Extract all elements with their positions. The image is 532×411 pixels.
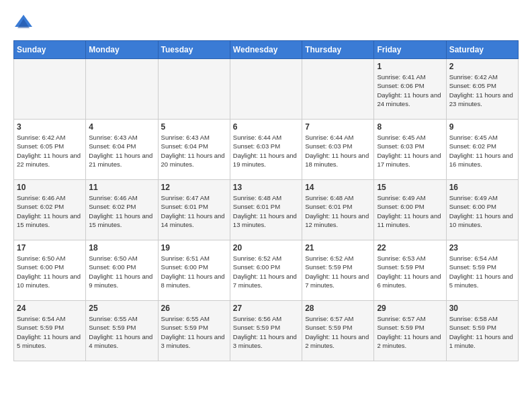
calendar-cell: 14Sunrise: 6:48 AM Sunset: 6:01 PM Dayli…	[302, 180, 374, 240]
calendar-cell: 2Sunrise: 6:42 AM Sunset: 6:05 PM Daylig…	[446, 59, 518, 120]
header-tuesday: Tuesday	[158, 41, 230, 59]
day-info: Sunrise: 6:44 AM Sunset: 6:03 PM Dayligh…	[233, 133, 299, 169]
day-number: 4	[89, 122, 154, 132]
day-info: Sunrise: 6:51 AM Sunset: 6:00 PM Dayligh…	[161, 254, 227, 289]
header-friday: Friday	[374, 41, 446, 59]
day-number: 29	[377, 304, 443, 313]
day-number: 9	[449, 122, 515, 132]
day-number: 24	[17, 304, 83, 313]
day-info: Sunrise: 6:57 AM Sunset: 5:59 PM Dayligh…	[377, 314, 443, 350]
day-info: Sunrise: 6:42 AM Sunset: 6:05 PM Dayligh…	[449, 73, 515, 108]
day-number: 17	[17, 243, 83, 253]
day-info: Sunrise: 6:54 AM Sunset: 5:59 PM Dayligh…	[449, 254, 515, 289]
calendar-cell: 8Sunrise: 6:45 AM Sunset: 6:03 PM Daylig…	[374, 120, 446, 180]
day-info: Sunrise: 6:54 AM Sunset: 5:59 PM Dayligh…	[17, 314, 83, 350]
calendar-cell: 7Sunrise: 6:44 AM Sunset: 6:03 PM Daylig…	[302, 120, 374, 180]
calendar-cell: 4Sunrise: 6:43 AM Sunset: 6:04 PM Daylig…	[86, 120, 158, 180]
calendar-cell: 10Sunrise: 6:46 AM Sunset: 6:02 PM Dayli…	[14, 180, 86, 240]
calendar-cell: 27Sunrise: 6:56 AM Sunset: 5:59 PM Dayli…	[230, 301, 302, 361]
day-number: 3	[17, 122, 83, 132]
day-info: Sunrise: 6:50 AM Sunset: 6:00 PM Dayligh…	[17, 254, 83, 289]
day-info: Sunrise: 6:52 AM Sunset: 5:59 PM Dayligh…	[305, 254, 371, 289]
day-info: Sunrise: 6:45 AM Sunset: 6:03 PM Dayligh…	[377, 133, 443, 169]
calendar-cell: 15Sunrise: 6:49 AM Sunset: 6:00 PM Dayli…	[374, 180, 446, 240]
calendar-cell: 25Sunrise: 6:55 AM Sunset: 5:59 PM Dayli…	[86, 301, 158, 361]
calendar-week-4: 17Sunrise: 6:50 AM Sunset: 6:00 PM Dayli…	[14, 240, 519, 301]
day-number: 15	[377, 183, 443, 192]
header-saturday: Saturday	[446, 41, 518, 59]
day-info: Sunrise: 6:47 AM Sunset: 6:01 PM Dayligh…	[161, 193, 227, 229]
day-number: 7	[305, 122, 371, 132]
calendar-cell: 22Sunrise: 6:53 AM Sunset: 5:59 PM Dayli…	[374, 240, 446, 301]
calendar-cell: 3Sunrise: 6:42 AM Sunset: 6:05 PM Daylig…	[14, 120, 86, 180]
day-number: 11	[89, 183, 154, 192]
day-info: Sunrise: 6:46 AM Sunset: 6:02 PM Dayligh…	[17, 193, 83, 229]
calendar-week-5: 24Sunrise: 6:54 AM Sunset: 5:59 PM Dayli…	[14, 301, 519, 361]
calendar-week-3: 10Sunrise: 6:46 AM Sunset: 6:02 PM Dayli…	[14, 180, 519, 240]
calendar-cell: 1Sunrise: 6:41 AM Sunset: 6:06 PM Daylig…	[374, 59, 446, 120]
calendar-cell	[302, 59, 374, 120]
header-wednesday: Wednesday	[230, 41, 302, 59]
calendar-cell: 28Sunrise: 6:57 AM Sunset: 5:59 PM Dayli…	[302, 301, 374, 361]
calendar-cell	[230, 59, 302, 120]
day-number: 5	[161, 122, 227, 132]
logo-icon	[13, 13, 34, 34]
day-number: 18	[89, 243, 154, 253]
day-number: 10	[17, 183, 83, 192]
calendar-cell: 24Sunrise: 6:54 AM Sunset: 5:59 PM Dayli…	[14, 301, 86, 361]
day-info: Sunrise: 6:49 AM Sunset: 6:00 PM Dayligh…	[377, 193, 443, 229]
header-monday: Monday	[86, 41, 158, 59]
day-number: 28	[305, 304, 371, 313]
day-info: Sunrise: 6:52 AM Sunset: 6:00 PM Dayligh…	[233, 254, 299, 289]
day-number: 21	[305, 243, 371, 253]
calendar-cell: 21Sunrise: 6:52 AM Sunset: 5:59 PM Dayli…	[302, 240, 374, 301]
calendar-cell	[158, 59, 230, 120]
day-number: 20	[233, 243, 299, 253]
day-number: 27	[233, 304, 299, 313]
day-number: 30	[449, 304, 515, 313]
day-number: 22	[377, 243, 443, 253]
day-number: 19	[161, 243, 227, 253]
day-info: Sunrise: 6:46 AM Sunset: 6:02 PM Dayligh…	[89, 193, 154, 229]
calendar-cell: 23Sunrise: 6:54 AM Sunset: 5:59 PM Dayli…	[446, 240, 518, 301]
day-info: Sunrise: 6:43 AM Sunset: 6:04 PM Dayligh…	[89, 133, 154, 169]
day-info: Sunrise: 6:48 AM Sunset: 6:01 PM Dayligh…	[233, 193, 299, 229]
calendar-cell: 20Sunrise: 6:52 AM Sunset: 6:00 PM Dayli…	[230, 240, 302, 301]
day-number: 14	[305, 183, 371, 192]
calendar-cell: 11Sunrise: 6:46 AM Sunset: 6:02 PM Dayli…	[86, 180, 158, 240]
day-number: 12	[161, 183, 227, 192]
calendar-cell: 16Sunrise: 6:49 AM Sunset: 6:00 PM Dayli…	[446, 180, 518, 240]
day-number: 13	[233, 183, 299, 192]
day-number: 25	[89, 304, 154, 313]
calendar-cell: 29Sunrise: 6:57 AM Sunset: 5:59 PM Dayli…	[374, 301, 446, 361]
logo	[13, 13, 36, 34]
calendar-week-2: 3Sunrise: 6:42 AM Sunset: 6:05 PM Daylig…	[14, 120, 519, 180]
day-info: Sunrise: 6:43 AM Sunset: 6:04 PM Dayligh…	[161, 133, 227, 169]
calendar-cell: 19Sunrise: 6:51 AM Sunset: 6:00 PM Dayli…	[158, 240, 230, 301]
calendar-cell	[14, 59, 86, 120]
calendar-cell: 13Sunrise: 6:48 AM Sunset: 6:01 PM Dayli…	[230, 180, 302, 240]
day-info: Sunrise: 6:53 AM Sunset: 5:59 PM Dayligh…	[377, 254, 443, 289]
day-info: Sunrise: 6:49 AM Sunset: 6:00 PM Dayligh…	[449, 193, 515, 229]
day-number: 6	[233, 122, 299, 132]
day-info: Sunrise: 6:55 AM Sunset: 5:59 PM Dayligh…	[89, 314, 154, 350]
calendar-cell: 17Sunrise: 6:50 AM Sunset: 6:00 PM Dayli…	[14, 240, 86, 301]
day-info: Sunrise: 6:42 AM Sunset: 6:05 PM Dayligh…	[17, 133, 83, 169]
day-info: Sunrise: 6:58 AM Sunset: 5:59 PM Dayligh…	[449, 314, 515, 350]
calendar-cell: 30Sunrise: 6:58 AM Sunset: 5:59 PM Dayli…	[446, 301, 518, 361]
calendar-header-row: SundayMondayTuesdayWednesdayThursdayFrid…	[14, 41, 519, 59]
calendar-week-1: 1Sunrise: 6:41 AM Sunset: 6:06 PM Daylig…	[14, 59, 519, 120]
day-number: 2	[449, 62, 515, 71]
calendar-cell: 9Sunrise: 6:45 AM Sunset: 6:02 PM Daylig…	[446, 120, 518, 180]
day-info: Sunrise: 6:48 AM Sunset: 6:01 PM Dayligh…	[305, 193, 371, 229]
calendar-cell: 26Sunrise: 6:55 AM Sunset: 5:59 PM Dayli…	[158, 301, 230, 361]
header	[13, 13, 519, 34]
calendar-cell: 6Sunrise: 6:44 AM Sunset: 6:03 PM Daylig…	[230, 120, 302, 180]
day-info: Sunrise: 6:45 AM Sunset: 6:02 PM Dayligh…	[449, 133, 515, 169]
day-info: Sunrise: 6:50 AM Sunset: 6:00 PM Dayligh…	[89, 254, 154, 289]
day-info: Sunrise: 6:56 AM Sunset: 5:59 PM Dayligh…	[233, 314, 299, 350]
day-info: Sunrise: 6:57 AM Sunset: 5:59 PM Dayligh…	[305, 314, 371, 350]
calendar-cell: 12Sunrise: 6:47 AM Sunset: 6:01 PM Dayli…	[158, 180, 230, 240]
calendar-cell: 18Sunrise: 6:50 AM Sunset: 6:00 PM Dayli…	[86, 240, 158, 301]
day-number: 23	[449, 243, 515, 253]
